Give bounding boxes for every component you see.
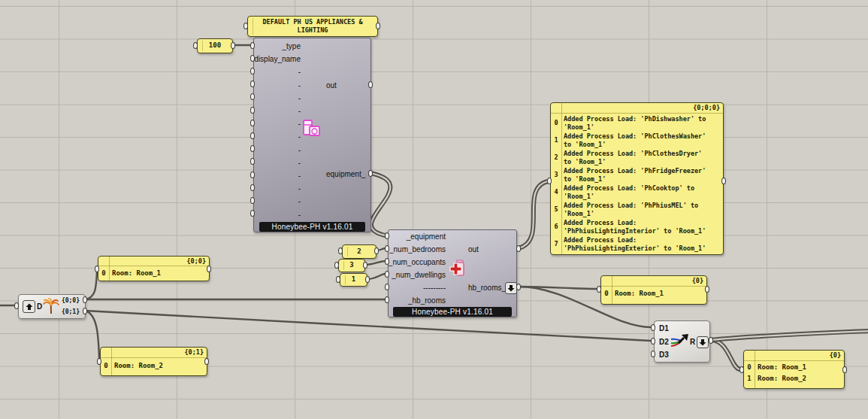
port-in[interactable] (250, 184, 255, 191)
port-result-out[interactable] (842, 366, 847, 373)
port-out[interactable] (368, 81, 373, 88)
port-r-out[interactable] (709, 337, 713, 344)
down-arrow-icon (699, 339, 706, 346)
port-in-type[interactable] (250, 42, 255, 49)
port-explode-in[interactable] (14, 302, 19, 309)
port-title-out[interactable] (376, 23, 380, 29)
value-panel-dwellings[interactable]: 1 (340, 273, 367, 287)
merge-input-label-d2: D2 (659, 338, 669, 346)
row-index: 0 (744, 362, 755, 373)
room2-panel[interactable]: {0;1} 0Room: Room_2 (100, 347, 207, 376)
row-index: 0 (551, 119, 561, 127)
merge-icon (670, 334, 689, 349)
port-room1-out[interactable] (207, 266, 211, 272)
port-in-separator[interactable] (385, 284, 389, 290)
port-title-in[interactable] (243, 23, 248, 29)
wire-explode01-to-room2panel[interactable] (85, 311, 99, 358)
port-in[interactable] (250, 172, 255, 178)
port-1-in[interactable] (336, 276, 340, 283)
input-label: - (298, 211, 301, 219)
port-in[interactable] (250, 68, 255, 74)
result-panel[interactable]: {0} 0Room: Room_1 1Room: Room_2 (743, 350, 845, 389)
value-panel-bedrooms-text: 2 (343, 247, 376, 255)
port-d3-in[interactable] (651, 351, 655, 357)
port-d2-in[interactable] (651, 338, 655, 345)
message-text: Added Process Load: 'PhPhiusLightingInte… (561, 219, 710, 235)
message-text: Added Process Load: 'PhFridgeFreezer' to… (561, 167, 710, 184)
port-2-out[interactable] (374, 247, 379, 254)
port-3-in[interactable] (334, 262, 339, 269)
output-label-equipment: equipment_ (326, 170, 365, 178)
port-in-display-name[interactable] (250, 55, 255, 62)
port-100-out[interactable] (231, 42, 235, 49)
port-room1-in[interactable] (95, 266, 99, 272)
component-footer: Honeybee-PH v1.16.01 (393, 307, 512, 317)
port-in[interactable] (250, 107, 255, 114)
grasshopper-canvas[interactable]: DEFAULT PH US APPLIANCES & LIGHTING 100 … (0, 0, 868, 419)
value-panel-bedrooms[interactable]: 2 (342, 244, 377, 259)
row-index: 0 (98, 267, 109, 279)
wire-explode00-to-room1panel[interactable] (85, 272, 97, 299)
input-label: _type (283, 42, 301, 50)
input-label: - (298, 68, 301, 76)
row-text: Room: Room_2 (111, 359, 163, 372)
port-in-equipment[interactable] (385, 232, 389, 239)
explode-output-label-00: {0;0} (62, 297, 80, 304)
wire-out-to-messages[interactable] (519, 181, 548, 248)
room1-panel[interactable]: {0;0} 0Room: Room_1 (98, 256, 210, 281)
port-in-occupants[interactable] (385, 258, 389, 265)
port-in-bedrooms[interactable] (385, 245, 389, 252)
wire-explode01-to-d2[interactable] (85, 311, 651, 341)
row-index: 0 (101, 359, 111, 372)
input-label: display_name (254, 55, 301, 63)
up-arrow-button[interactable] (23, 300, 35, 313)
output-label-out: out (326, 81, 337, 90)
wire-3-to-occupants[interactable] (365, 261, 386, 265)
merge-input-label-d3: D3 (659, 351, 669, 359)
port-messages-out[interactable] (721, 178, 726, 184)
flatten-arrow-button[interactable] (505, 282, 517, 294)
wire-r-to-offscreen[interactable] (711, 331, 868, 340)
port-midpanel-in[interactable] (597, 286, 601, 293)
wire-1-to-dwellings[interactable] (367, 274, 386, 279)
port-midpanel-out[interactable] (705, 286, 709, 293)
port-room2-out[interactable] (204, 358, 209, 365)
port-in-hbrooms[interactable] (385, 296, 389, 303)
port-out[interactable] (516, 245, 521, 252)
panel-header-divider (551, 113, 723, 114)
port-in[interactable] (250, 120, 255, 126)
output-label-out: out (468, 245, 479, 254)
row-index: 7 (551, 240, 561, 248)
messages-panel[interactable]: {0;0;0} 0Added Process Load: 'PhDishwash… (550, 102, 724, 255)
port-3-out[interactable] (363, 262, 367, 269)
port-in[interactable] (250, 197, 255, 204)
explode-tree-component[interactable]: D {0;0} {0;1} (18, 294, 86, 319)
value-panel-occupants-text: 3 (339, 261, 364, 269)
title-panel[interactable]: DEFAULT PH US APPLIANCES & LIGHTING (247, 16, 378, 37)
port-in[interactable] (250, 132, 255, 139)
port-messages-in[interactable] (547, 178, 552, 184)
mid-room1-panel[interactable]: {0} 0Room: Room_1 (600, 275, 707, 305)
port-room2-in[interactable] (97, 358, 101, 365)
port-hbrooms-out[interactable] (516, 284, 521, 290)
wire-r-to-resultpanel[interactable] (711, 340, 740, 369)
down-arrow-icon (507, 284, 515, 292)
appliance-component[interactable]: _type display_name - - - - - - - - - - -… (253, 38, 371, 232)
port-1-out[interactable] (365, 276, 370, 283)
value-panel-occupants[interactable]: 3 (338, 259, 365, 272)
process-loads-component[interactable]: _equipment _num_bedrooms _num_occupants … (388, 229, 517, 317)
merge-component[interactable]: D1 D2 D3 R (654, 320, 710, 363)
port-equipment-out[interactable] (368, 170, 373, 177)
port-result-in[interactable] (739, 366, 744, 373)
port-in-dwellings[interactable] (385, 271, 389, 278)
wire-equipment-to-equipment-in[interactable] (370, 173, 390, 235)
port-explode-out-00[interactable] (83, 296, 87, 303)
port-2-in[interactable] (338, 247, 343, 254)
port-explode-out-01[interactable] (83, 308, 87, 314)
value-panel-100[interactable]: 100 (197, 38, 233, 53)
port-100-in[interactable] (193, 42, 198, 49)
port-d1-in[interactable] (651, 324, 655, 331)
row-text: Room: Room_1 (109, 267, 161, 279)
explode-output-label-01: {0;1} (62, 308, 80, 315)
flatten-arrow-button[interactable] (697, 336, 709, 348)
